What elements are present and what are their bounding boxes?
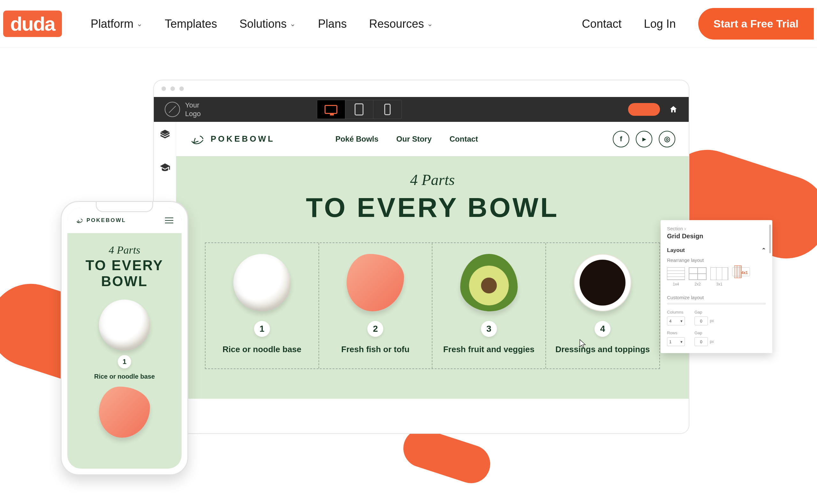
layout-caption: 2x2 bbox=[689, 282, 707, 286]
traffic-light-icon bbox=[161, 86, 166, 91]
fish-icon bbox=[76, 216, 84, 225]
chevron-down-icon: ⌄ bbox=[137, 20, 142, 28]
chevron-down-icon: ⌄ bbox=[290, 20, 295, 28]
device-phone-tab[interactable] bbox=[373, 100, 401, 119]
phone-card-caption: Rice or noodle base bbox=[67, 373, 182, 380]
nav-solutions[interactable]: Solutions⌄ bbox=[239, 17, 295, 31]
phone-food-image-salmon bbox=[99, 387, 150, 438]
gap-unit: px bbox=[710, 319, 714, 323]
phone-screen: POKEBOWL 4 Parts TO EVERY BOWL 1 Rice or… bbox=[67, 208, 182, 469]
primary-nav: Platform⌄ Templates Solutions⌄ Plans Res… bbox=[91, 17, 433, 31]
site-nav-item[interactable]: Our Story bbox=[396, 135, 432, 144]
card-number: 2 bbox=[367, 321, 383, 337]
rows-select[interactable]: 1▾ bbox=[667, 337, 685, 346]
section-label: Layout bbox=[667, 247, 685, 254]
traffic-light-icon bbox=[179, 86, 184, 91]
card-caption: Dressings and toppings bbox=[552, 345, 654, 354]
home-icon[interactable] bbox=[669, 105, 678, 114]
chevron-down-icon: ▾ bbox=[680, 319, 683, 323]
site-brand-text: POKEBOWL bbox=[211, 134, 275, 144]
device-switcher bbox=[317, 100, 402, 119]
start-free-trial-button[interactable]: Start a Free Trial bbox=[698, 8, 814, 40]
hero-stage: YourLogo POKEBOWL bbox=[0, 48, 817, 504]
chevron-up-icon: ⌃ bbox=[761, 247, 766, 254]
gap-input[interactable]: 0 bbox=[694, 337, 708, 346]
grid-card[interactable]: 3 Fresh fruit and veggies bbox=[433, 243, 546, 368]
editor-body: POKEBOWL Poké Bowls Our Story Contact f … bbox=[154, 122, 689, 433]
card-number: 3 bbox=[481, 321, 497, 337]
grid-cards[interactable]: 1 Rice or noodle base 2 Fresh fish or to… bbox=[205, 242, 660, 369]
hero-supertitle: 4 Parts bbox=[189, 171, 676, 189]
layout-options: 1x4 2x2 3x1 4x1 bbox=[667, 267, 766, 286]
card-number: 1 bbox=[254, 321, 270, 337]
device-desktop-tab[interactable] bbox=[317, 100, 345, 119]
nav-right: Contact Log In Start a Free Trial bbox=[582, 8, 814, 40]
your-logo-placeholder[interactable]: YourLogo bbox=[165, 101, 201, 118]
design-panel[interactable]: Section › Grid Design Layout ⌃ Rearrange… bbox=[661, 220, 772, 353]
layout-caption: 3x1 bbox=[710, 282, 728, 286]
hero-section[interactable]: 4 Parts TO EVERY BOWL 1 Rice or noodle b… bbox=[176, 156, 689, 399]
card-number: 4 bbox=[595, 321, 611, 337]
site-logo[interactable]: POKEBOWL bbox=[189, 131, 275, 147]
layout-option-1x4[interactable]: 1x4 bbox=[667, 267, 685, 286]
columns-label: Columns bbox=[667, 310, 685, 315]
panel-section-header[interactable]: Layout ⌃ bbox=[667, 247, 766, 254]
panel-scrollbar[interactable] bbox=[769, 225, 771, 253]
fish-icon bbox=[189, 131, 206, 147]
layout-option-2x2[interactable]: 2x2 bbox=[689, 267, 707, 286]
phone-hero-supertitle: 4 Parts bbox=[67, 244, 182, 256]
card-caption: Rice or noodle base bbox=[211, 345, 313, 354]
editor-window: YourLogo POKEBOWL bbox=[153, 80, 689, 434]
site-header: POKEBOWL Poké Bowls Our Story Contact f … bbox=[176, 122, 689, 156]
brand-logo[interactable]: duda bbox=[3, 11, 62, 37]
chevron-down-icon: ▾ bbox=[680, 339, 683, 344]
phone-hero-title: TO EVERY BOWL bbox=[67, 257, 182, 289]
phone-brand-text: POKEBOWL bbox=[86, 217, 126, 224]
device-tablet-tab[interactable] bbox=[345, 100, 373, 119]
phone-site-logo[interactable]: POKEBOWL bbox=[76, 216, 126, 225]
grid-card[interactable]: 1 Rice or noodle base bbox=[205, 243, 319, 368]
columns-group: Columns 4▾ bbox=[667, 310, 685, 325]
layout-option-3x1[interactable]: 3x1 bbox=[710, 267, 728, 286]
nav-templates[interactable]: Templates bbox=[165, 17, 217, 31]
nav-label: Templates bbox=[165, 17, 217, 31]
columns-select[interactable]: 4▾ bbox=[667, 316, 685, 325]
gap-unit: px bbox=[710, 339, 714, 344]
layout-caption: 4x1 bbox=[741, 271, 748, 275]
instagram-icon[interactable]: ◎ bbox=[659, 131, 675, 147]
site-nav-item[interactable]: Poké Bowls bbox=[335, 135, 378, 144]
window-titlebar bbox=[154, 80, 689, 97]
nav-login[interactable]: Log In bbox=[644, 17, 676, 31]
panel-title: Grid Design bbox=[667, 233, 766, 240]
graduation-cap-icon[interactable] bbox=[160, 162, 170, 173]
panel-breadcrumb[interactable]: Section › bbox=[667, 226, 766, 231]
youtube-icon[interactable]: ▸ bbox=[636, 131, 652, 147]
nav-plans[interactable]: Plans bbox=[318, 17, 346, 31]
nav-contact[interactable]: Contact bbox=[582, 17, 621, 31]
layout-option-4x1[interactable]: 4x1 bbox=[732, 267, 750, 276]
nav-resources[interactable]: Resources⌄ bbox=[369, 17, 433, 31]
site-nav-item[interactable]: Contact bbox=[450, 135, 478, 144]
your-logo-text: YourLogo bbox=[185, 101, 201, 118]
grid-card[interactable]: 4 Dressings and toppings bbox=[546, 243, 660, 368]
rows-label: Rows bbox=[667, 330, 685, 335]
top-nav: duda Platform⌄ Templates Solutions⌄ Plan… bbox=[0, 0, 817, 48]
gap-label: Gap bbox=[694, 330, 714, 335]
phone-card-number: 1 bbox=[118, 355, 131, 368]
grid-card[interactable]: 2 Fresh fish or tofu bbox=[319, 243, 433, 368]
card-caption: Fresh fruit and veggies bbox=[438, 345, 540, 354]
nav-label: Resources bbox=[369, 17, 424, 31]
layers-icon[interactable] bbox=[160, 129, 170, 140]
food-image-salmon bbox=[346, 254, 404, 311]
publish-button[interactable] bbox=[628, 103, 660, 116]
nav-label: Platform bbox=[91, 17, 133, 31]
nav-platform[interactable]: Platform⌄ bbox=[91, 17, 142, 31]
hamburger-icon[interactable] bbox=[165, 218, 173, 223]
facebook-icon[interactable]: f bbox=[613, 131, 629, 147]
gap-input[interactable]: 0 bbox=[694, 316, 708, 325]
logo-placeholder-icon bbox=[165, 102, 180, 117]
cursor-icon bbox=[578, 339, 587, 348]
gap-group: Gap 0 px bbox=[694, 310, 714, 325]
site-canvas[interactable]: POKEBOWL Poké Bowls Our Story Contact f … bbox=[176, 122, 689, 433]
gap-label: Gap bbox=[694, 310, 714, 315]
